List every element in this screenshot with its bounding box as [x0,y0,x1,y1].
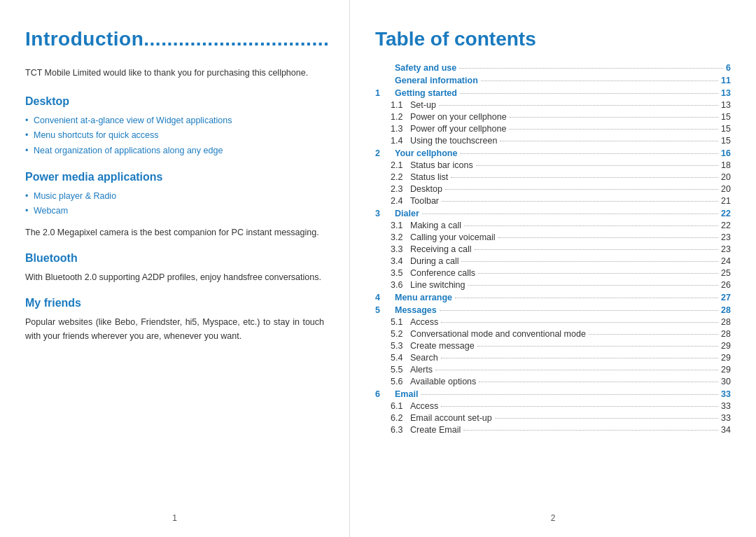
toc-entry-9: 2.2Status list20 [375,172,731,182]
toc-entry-27: 6Email33 [375,389,731,399]
toc-dots-25 [435,370,718,370]
toc-sub-num-5: 1.3 [391,124,410,134]
toc-dots-24 [441,358,718,358]
toc-label-3: Set-up [410,100,436,110]
toc-page-26: 30 [721,377,731,386]
toc-dots-26 [479,382,718,382]
power-media-body: The 2.0 Megapixel camera is the best com… [25,225,324,239]
myfriends-heading: My friends [25,297,324,309]
toc-sub-num-28: 6.1 [391,401,410,411]
toc-entry-19: 4Menu arrange27 [375,293,731,302]
toc-sub-num-15: 3.3 [391,244,410,254]
toc-dots-0 [459,68,723,69]
toc-label-9: Status list [410,172,448,182]
power-media-bullet-2: Webcam [25,204,324,218]
toc-entry-18: 3.6Line switching26 [375,280,731,290]
toc-label-20: Messages [395,305,437,315]
toc-sub-num-4: 1.2 [391,112,410,122]
toc-label-16: During a call [410,256,458,266]
toc-page-4: 15 [721,112,731,122]
page-number-right: 2 [551,513,556,523]
toc-entry-12: 3Dialer22 [375,209,731,218]
toc-num-7: 2 [375,148,395,158]
toc-page-17: 25 [721,268,731,278]
page-right: Table of contents Safety and use6General… [350,0,756,537]
toc-sub-num-8: 2.1 [391,160,410,170]
toc-sub-num-22: 5.2 [391,329,410,339]
toc-label-26: Available options [410,377,476,386]
toc-entry-24: 5.4Search29 [375,353,731,363]
toc-label-6: Using the touchscreen [410,136,497,146]
toc-sub-num-17: 3.5 [391,268,410,278]
toc-label-19: Menu arrange [395,293,452,302]
toc-page-6: 15 [721,136,731,146]
toc-page-18: 26 [721,280,731,290]
toc-label-18: Line switching [410,280,465,290]
toc-dots-10 [445,189,718,190]
toc-entry-10: 2.3Desktop20 [375,184,731,194]
toc-page-27: 33 [721,389,731,399]
toc-entry-20: 5Messages28 [375,305,731,315]
toc-num-20: 5 [375,305,395,315]
toc-num-12: 3 [375,209,395,218]
toc-sub-num-14: 3.2 [391,232,410,242]
toc-sub-num-29: 6.2 [391,413,410,423]
toc-label-14: Calling your voicemail [410,232,496,242]
toc-entry-3: 1.1Set-up13 [375,100,731,110]
toc-page-9: 20 [721,172,731,182]
toc-label-10: Desktop [410,184,442,194]
toc-entry-5: 1.3Power off your cellphone15 [375,124,731,134]
toc-label-27: Email [395,389,418,399]
toc-dots-21 [441,322,718,323]
toc-label-7: Your cellphone [395,148,457,158]
toc-sub-num-10: 2.3 [391,184,410,194]
toc-label-17: Conference calls [410,268,475,278]
toc-dots-27 [421,394,718,395]
toc-dots-20 [440,310,718,311]
desktop-bullet-3: Neat organization of applications along … [25,144,324,158]
toc-dots-18 [468,285,719,286]
toc-label-21: Access [410,317,438,327]
toc-sub-num-16: 3.4 [391,256,410,266]
toc-dots-16 [461,261,718,262]
toc-entry-13: 3.1Making a call22 [375,221,731,230]
toc-entry-28: 6.1Access33 [375,401,731,411]
toc-dots-2 [460,93,718,94]
toc-entry-1: General information11 [375,76,731,85]
toc-label-4: Power on your cellphone [410,112,507,122]
toc-label-30: Create Email [410,425,461,435]
toc-sub-num-13: 3.1 [391,221,410,230]
toc-entry-16: 3.4During a call24 [375,256,731,266]
power-media-bullets: Music player & Radio Webcam [25,189,324,219]
toc-sub-num-23: 5.3 [391,341,410,351]
toc-page-24: 29 [721,353,731,363]
toc-label-28: Access [410,401,438,411]
toc-entry-4: 1.2Power on your cellphone15 [375,112,731,122]
desktop-bullet-1: Convenient at-a-glance view of Widget ap… [25,113,324,128]
toc-dots-8 [476,165,718,166]
page-left: Introduction............................… [0,0,350,537]
toc-page-14: 23 [721,232,731,242]
toc-dots-15 [475,249,719,250]
toc-dots-14 [498,237,719,238]
toc-entry-25: 5.5Alerts29 [375,365,731,375]
bluetooth-body: With Bluetooth 2.0 supporting A2DP profi… [25,270,324,284]
toc-sub-num-9: 2.2 [391,172,410,182]
toc-page-2: 13 [721,88,731,98]
toc-entry-6: 1.4Using the touchscreen15 [375,136,731,146]
toc-dots-23 [477,346,718,347]
toc-page-30: 34 [721,425,731,435]
intro-title: Introduction............................… [25,28,324,50]
toc-page-12: 22 [721,209,731,218]
toc-dots-29 [495,418,718,419]
page-number-left: 1 [172,513,177,523]
toc-label-2: Getting started [395,88,457,98]
toc-page-15: 23 [721,244,731,254]
toc-dots-11 [442,201,718,202]
toc-sub-num-30: 6.3 [391,425,410,435]
toc-dots-5 [509,129,718,130]
toc-label-1: General information [395,76,478,85]
toc-sub-num-24: 5.4 [391,353,410,363]
toc-entry-30: 6.3Create Email34 [375,425,731,435]
toc-label-12: Dialer [395,209,419,218]
